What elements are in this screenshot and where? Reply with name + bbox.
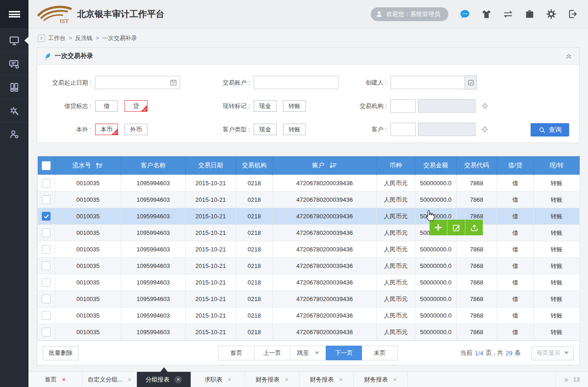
- breadcrumb-item[interactable]: 工作台: [48, 34, 66, 42]
- sort-ascending-icon[interactable]: [96, 162, 103, 169]
- footer-tab[interactable]: 分组报表×: [137, 372, 191, 387]
- sidebar-item-workspace[interactable]: [0, 28, 28, 52]
- sidebar-item-messages[interactable]: [0, 52, 28, 75]
- column-header[interactable]: 流水号: [55, 156, 121, 175]
- row-checkbox[interactable]: [42, 245, 51, 254]
- tab-close-icon[interactable]: ×: [227, 376, 232, 383]
- footer-tab[interactable]: 财务报表×: [354, 372, 408, 387]
- table-cell: 1095994603: [121, 258, 186, 274]
- caret-down-icon: [315, 352, 319, 354]
- prev-page-button[interactable]: 上一页: [254, 346, 290, 360]
- org-code-input[interactable]: [390, 99, 416, 113]
- tab-overflow-button[interactable]: » 13: [555, 372, 588, 387]
- table-row[interactable]: 001003510959946032015-10-210218472067802…: [38, 274, 580, 291]
- footer-tab[interactable]: 自定义分组...×: [83, 372, 137, 387]
- customer-code-input[interactable]: [390, 123, 416, 136]
- row-checkbox[interactable]: [42, 195, 51, 204]
- select-all-checkbox[interactable]: [42, 161, 51, 170]
- column-header[interactable]: 币种: [377, 156, 415, 175]
- message-button[interactable]: [460, 9, 470, 19]
- creator-input[interactable]: [390, 76, 465, 89]
- tab-close-icon[interactable]: ×: [393, 376, 397, 383]
- row-checkbox[interactable]: [42, 295, 51, 303]
- toggle-customer-cash[interactable]: 现金: [254, 124, 277, 135]
- collapse-panel-button[interactable]: [565, 52, 573, 60]
- row-checkbox[interactable]: [42, 212, 51, 221]
- column-header[interactable]: 交易金额: [415, 156, 457, 175]
- search-button[interactable]: 查询: [531, 123, 569, 137]
- page-size-select[interactable]: 每页显示: [531, 346, 574, 360]
- tab-close-icon[interactable]: ×: [62, 376, 66, 383]
- toolbox-button[interactable]: [525, 9, 535, 19]
- column-header[interactable]: 客户名称: [121, 156, 186, 175]
- table-row[interactable]: 001003510959946032015-10-210218472067802…: [38, 225, 580, 241]
- row-checkbox[interactable]: [42, 328, 51, 336]
- menu-toggle-button[interactable]: [0, 0, 28, 28]
- footer-tab[interactable]: 求职表×: [191, 372, 245, 387]
- toggle-cash[interactable]: 现金: [254, 100, 277, 112]
- table-row[interactable]: 001003510959946032015-10-210218472067802…: [38, 241, 580, 258]
- toggle-local-currency[interactable]: 本币: [95, 124, 118, 135]
- settings-button[interactable]: [546, 9, 556, 19]
- first-page-button[interactable]: 首页: [218, 346, 254, 360]
- edit-row-button[interactable]: [447, 220, 465, 235]
- tab-close-icon[interactable]: ×: [339, 376, 343, 383]
- account-input[interactable]: [254, 76, 339, 89]
- select-all-header-cell[interactable]: [38, 156, 55, 175]
- upload-row-button[interactable]: [465, 220, 483, 235]
- column-header[interactable]: 交易机构: [236, 156, 273, 175]
- next-page-button[interactable]: 下一页: [326, 346, 362, 360]
- tab-close-icon[interactable]: ×: [175, 376, 182, 383]
- add-row-button[interactable]: [430, 220, 447, 235]
- sidebar-item-system-settings[interactable]: [0, 99, 28, 122]
- calendar-icon[interactable]: [170, 79, 177, 86]
- breadcrumb-item[interactable]: 反洗钱: [75, 34, 93, 42]
- table-cell: 人民币元: [377, 225, 415, 241]
- footer-tab[interactable]: 财务报表×: [245, 372, 300, 387]
- table-row[interactable]: 001003510959946032015-10-210218472067802…: [38, 291, 580, 307]
- row-checkbox[interactable]: [42, 278, 51, 287]
- footer-tab[interactable]: 财务报表×: [300, 372, 354, 387]
- switch-button[interactable]: [503, 9, 513, 19]
- customer-locate-icon[interactable]: [481, 125, 489, 133]
- tab-close-icon[interactable]: ×: [285, 376, 289, 383]
- table-cell: 1095994603: [121, 307, 186, 324]
- batch-delete-button[interactable]: 批量删除: [43, 346, 79, 360]
- column-header[interactable]: 借/贷: [497, 156, 534, 175]
- toggle-transfer[interactable]: 转账: [283, 100, 306, 112]
- table-cell: 47206780200039436: [273, 225, 377, 241]
- toggle-credit[interactable]: 贷: [124, 100, 147, 112]
- creator-select-button[interactable]: [465, 75, 477, 90]
- tab-close-icon[interactable]: ×: [128, 376, 132, 383]
- table-row[interactable]: 001003510959946032015-10-210218472067802…: [38, 175, 580, 192]
- toggle-customer-transfer[interactable]: 转账: [283, 124, 306, 135]
- row-checkbox[interactable]: [42, 179, 51, 188]
- row-checkbox[interactable]: [42, 311, 51, 320]
- org-locate-icon[interactable]: [481, 102, 489, 110]
- column-header[interactable]: 账户: [273, 156, 377, 175]
- sidebar-item-archives[interactable]: [0, 75, 28, 99]
- breadcrumb-item[interactable]: 一次交易补录: [102, 34, 137, 42]
- date-range-input[interactable]: [95, 76, 180, 89]
- column-header[interactable]: 现/转: [534, 156, 580, 175]
- table-row[interactable]: 001003510959946032015-10-210218472067802…: [38, 307, 580, 324]
- table-row[interactable]: 001003510959946032015-10-210218472067802…: [38, 324, 580, 341]
- toggle-debit[interactable]: 借: [95, 100, 118, 112]
- user-menu[interactable]: 欢迎您：系统管理员: [371, 7, 448, 21]
- jump-to-page-button[interactable]: 跳至: [290, 346, 326, 360]
- column-header[interactable]: 交易日期: [186, 156, 236, 175]
- column-header[interactable]: 交易代码: [457, 156, 497, 175]
- footer-tab[interactable]: 首页×: [28, 372, 83, 387]
- toggle-foreign-currency[interactable]: 外币: [124, 124, 147, 135]
- sort-descending-icon[interactable]: [329, 162, 337, 169]
- table-row[interactable]: 001003510959946032015-10-210218472067802…: [38, 208, 580, 225]
- theme-button[interactable]: [481, 9, 492, 19]
- row-checkbox[interactable]: [42, 262, 51, 270]
- last-page-button[interactable]: 末页: [362, 346, 398, 360]
- binders-icon: [9, 82, 20, 93]
- logout-button[interactable]: [568, 9, 578, 19]
- table-row[interactable]: 001003510959946032015-10-210218472067802…: [38, 192, 580, 208]
- table-row[interactable]: 001003510959946032015-10-210218472067802…: [38, 258, 580, 274]
- sidebar-item-user-management[interactable]: [0, 122, 28, 146]
- row-checkbox[interactable]: [42, 228, 51, 237]
